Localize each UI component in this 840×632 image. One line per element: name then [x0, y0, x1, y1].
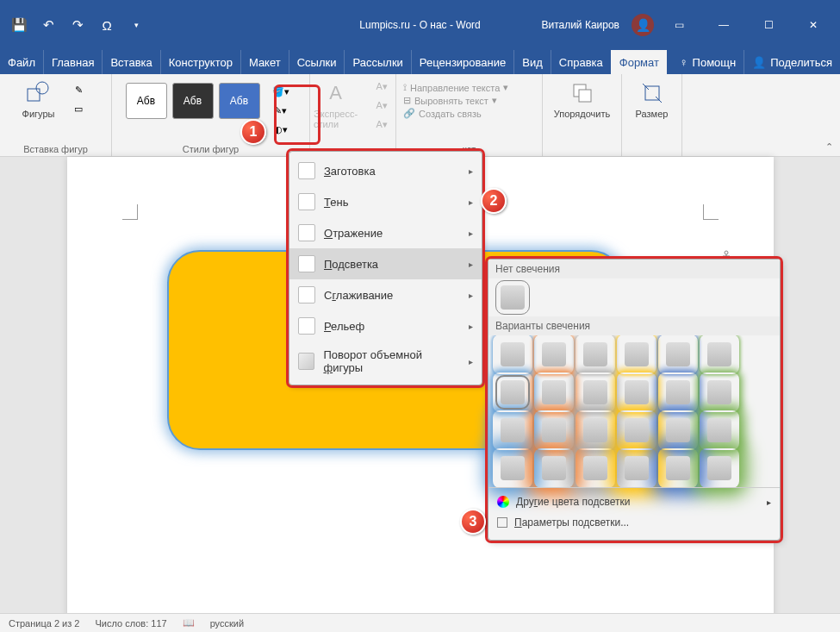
glow-swatch-gray-4[interactable] — [583, 456, 607, 480]
glow-swatch-blue-2[interactable] — [501, 380, 525, 404]
maximize-button[interactable]: ☐ — [749, 12, 788, 38]
style-swatch-blue[interactable]: Абв — [219, 83, 260, 119]
glow-swatch-green-1[interactable] — [707, 342, 731, 366]
tab-вид[interactable]: Вид — [513, 50, 551, 74]
effect-icon — [298, 193, 315, 210]
text-effects-icon: A▾ — [366, 116, 397, 133]
chevron-right-icon: ▸ — [469, 228, 473, 238]
effect-item-4[interactable]: Сглаживание▸ — [289, 279, 482, 310]
glow-swatch-gray-2[interactable] — [583, 380, 607, 404]
tab-макет[interactable]: Макет — [240, 50, 289, 74]
style-swatch-dark[interactable]: Абв — [172, 83, 214, 119]
text-direction-button: ⟟ Направление текста ▾ — [403, 81, 508, 94]
margin-corner-tl — [122, 204, 138, 220]
effect-item-2[interactable]: Отражение▸ — [289, 217, 482, 248]
status-words[interactable]: Число слов: 117 — [95, 618, 166, 629]
effect-item-3[interactable]: Подсветка▸ — [289, 248, 482, 279]
close-button[interactable]: ✕ — [793, 12, 833, 38]
tab-рассылки[interactable]: Рассылки — [344, 50, 410, 74]
glow-swatch-yellow-1[interactable] — [625, 342, 649, 366]
size-button[interactable]: Размер — [631, 78, 674, 121]
glow-swatch-blue-4[interactable] — [501, 456, 525, 480]
shapes-button[interactable]: Фигуры — [17, 78, 60, 121]
arrange-icon — [569, 79, 596, 107]
style-swatch-light[interactable]: Абв — [126, 83, 167, 119]
tab-ссылки[interactable]: Ссылки — [289, 50, 345, 74]
ribbon-options-icon[interactable]: ▭ — [659, 12, 699, 38]
glow-swatch-green-4[interactable] — [707, 456, 731, 480]
omega-icon[interactable]: Ω — [98, 16, 115, 34]
size-icon — [638, 79, 666, 107]
glow-swatch-dblue-2[interactable] — [666, 380, 690, 404]
glow-swatch-yellow-3[interactable] — [625, 418, 649, 442]
textbox-icon[interactable]: ▭ — [63, 100, 94, 117]
glow-swatch-orange-4[interactable] — [542, 456, 566, 480]
document-title: Lumpics.ru - О нас - Word — [359, 19, 480, 31]
glow-swatch-dblue-3[interactable] — [666, 418, 690, 442]
margin-corner-tr — [703, 204, 719, 220]
chevron-right-icon: ▸ — [469, 166, 473, 176]
proofing-icon[interactable]: 📖 — [183, 617, 195, 629]
tab-главная[interactable]: Главная — [43, 50, 102, 74]
arrange-button[interactable]: Упорядочить — [549, 78, 615, 121]
chevron-right-icon: ▸ — [469, 291, 473, 300]
options-icon — [497, 517, 507, 528]
title-bar: 💾 ↶ ↷ Ω ▾ Lumpics.ru - О нас - Word Вита… — [0, 0, 840, 50]
minimize-button[interactable]: — — [704, 12, 744, 38]
annotation-badge-3: 3 — [460, 509, 486, 535]
user-name[interactable]: Виталий Каиров — [541, 19, 619, 31]
collapse-ribbon-icon[interactable]: ⌃ — [825, 141, 833, 153]
tab-вставка[interactable]: Вставка — [102, 50, 159, 74]
chevron-right-icon: ▸ — [469, 357, 473, 366]
annotation-box-1 — [274, 84, 320, 145]
tab-конструктор[interactable]: Конструктор — [160, 50, 240, 74]
glow-swatch-orange-1[interactable] — [542, 342, 566, 366]
save-icon[interactable]: 💾 — [10, 16, 28, 34]
effect-icon — [298, 162, 315, 179]
effect-item-6[interactable]: Поворот объемной фигуры▸ — [289, 341, 482, 381]
edit-shape-icon[interactable]: ✎ — [63, 81, 94, 98]
status-language[interactable]: русский — [210, 618, 244, 629]
status-page[interactable]: Страница 2 из 2 — [9, 618, 79, 629]
avatar[interactable]: 👤 — [632, 14, 654, 36]
glow-swatch-blue-1[interactable] — [501, 342, 525, 366]
glow-swatch-dblue-1[interactable] — [666, 342, 690, 366]
tab-файл[interactable]: Файл — [0, 50, 43, 74]
ribbon: Фигуры ✎ ▭ Вставка фигур Абв Абв Абв 🪣▾ … — [0, 74, 840, 157]
glow-options[interactable]: Параметры подсветки... — [488, 512, 780, 533]
glow-swatch-blue-3[interactable] — [501, 418, 525, 442]
glow-swatch-orange-2[interactable] — [542, 380, 566, 404]
tab-справка[interactable]: Справка — [551, 50, 611, 74]
glow-swatch-dblue-4[interactable] — [666, 456, 690, 480]
shapes-icon — [24, 79, 52, 107]
glow-swatch-gray-3[interactable] — [583, 418, 607, 442]
effect-item-0[interactable]: Заготовка▸ — [289, 155, 482, 186]
chevron-right-icon: ▸ — [767, 497, 771, 507]
tab-help[interactable]: ♀Помощн — [672, 50, 744, 74]
glow-swatch-green-2[interactable] — [707, 380, 731, 404]
redo-icon[interactable]: ↷ — [69, 16, 86, 34]
annotation-badge-1: 1 — [240, 119, 266, 145]
tab-формат[interactable]: Формат — [611, 50, 667, 74]
effect-item-1[interactable]: Тень▸ — [289, 186, 482, 217]
effect-item-5[interactable]: Рельеф▸ — [289, 310, 482, 341]
shape-effects-menu: Заготовка▸Тень▸Отражение▸Подсветка▸Сглаж… — [289, 151, 482, 385]
no-glow-swatch[interactable] — [501, 285, 525, 310]
tab-share[interactable]: 👤Поделиться — [744, 50, 840, 74]
chevron-right-icon: ▸ — [469, 197, 473, 207]
tab-рецензирование[interactable]: Рецензирование — [411, 50, 513, 74]
undo-icon[interactable]: ↶ — [40, 16, 57, 34]
glow-swatch-green-3[interactable] — [707, 418, 731, 442]
glow-swatch-orange-3[interactable] — [542, 418, 566, 442]
glow-swatch-yellow-2[interactable] — [625, 380, 649, 404]
qat-dropdown-icon[interactable]: ▾ — [128, 16, 145, 34]
glow-swatch-yellow-4[interactable] — [625, 456, 649, 480]
glow-submenu: Нет свечения Варианты свечения Другие цв… — [488, 259, 781, 541]
chevron-right-icon: ▸ — [469, 322, 473, 331]
glow-swatch-gray-1[interactable] — [583, 342, 607, 366]
ribbon-tabs: ФайлГлавнаяВставкаКонструкторМакетСсылки… — [0, 50, 840, 74]
more-glow-colors[interactable]: Другие цвета подсветки ▸ — [488, 491, 780, 512]
effect-icon — [298, 286, 315, 303]
no-glow-header: Нет свечения — [488, 260, 780, 278]
group-shape-styles: Стили фигур — [183, 142, 239, 156]
